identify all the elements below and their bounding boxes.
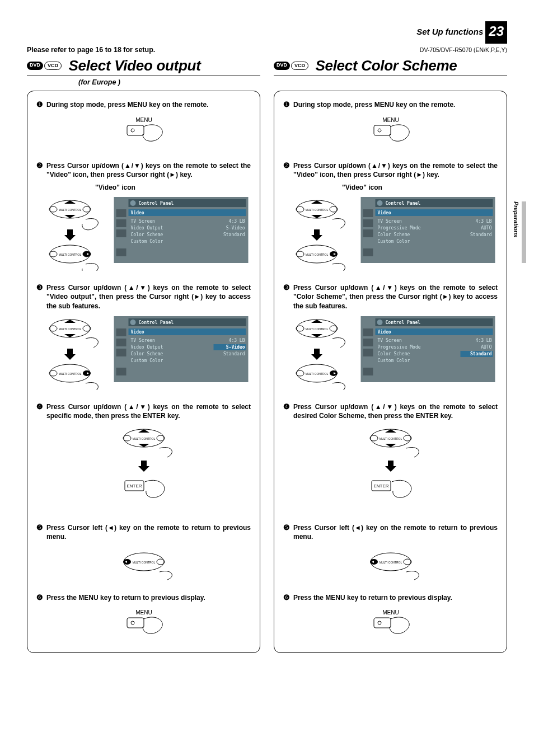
svg-rect-20 bbox=[116, 209, 127, 217]
svg-text:Color Scheme: Color Scheme bbox=[131, 232, 163, 237]
svg-rect-126 bbox=[376, 328, 493, 335]
svg-text:Custom Color: Custom Color bbox=[378, 239, 410, 244]
svg-rect-131 bbox=[363, 368, 373, 375]
dpad-then-right-icon: MULTI CONTROL MULTI CONTROL bbox=[283, 197, 350, 271]
svg-point-80 bbox=[378, 129, 381, 132]
svg-rect-129 bbox=[363, 339, 373, 346]
left-step-1: ❶ During stop mode, press MENU key on th… bbox=[36, 100, 251, 110]
svg-text:AUTO: AUTO bbox=[481, 345, 491, 350]
svg-text:Custom Color: Custom Color bbox=[131, 239, 163, 244]
menu-label: MENU bbox=[135, 117, 152, 123]
svg-point-35 bbox=[49, 326, 57, 331]
svg-text:MULTI CONTROL: MULTI CONTROL bbox=[132, 561, 155, 564]
svg-text:Video: Video bbox=[378, 329, 391, 335]
svg-text:MULTI CONTROL: MULTI CONTROL bbox=[59, 327, 82, 331]
svg-text:ENTER: ENTER bbox=[373, 483, 388, 489]
svg-rect-51 bbox=[116, 349, 127, 356]
svg-point-40 bbox=[49, 370, 57, 376]
disc-vcd-icon: VCD bbox=[44, 62, 62, 71]
svg-text:MULTI CONTROL: MULTI CONTROL bbox=[379, 561, 402, 564]
svg-text:Standard: Standard bbox=[223, 351, 245, 356]
left-title: Select Video output bbox=[68, 57, 200, 74]
svg-point-115 bbox=[330, 326, 338, 331]
svg-point-85 bbox=[296, 206, 304, 212]
svg-marker-64 bbox=[138, 444, 149, 447]
right-ctrl-left: MULTI CONTROL bbox=[283, 547, 498, 581]
svg-rect-49 bbox=[116, 328, 127, 336]
svg-point-7 bbox=[83, 206, 91, 212]
svg-text:Control Panel: Control Panel bbox=[386, 201, 421, 206]
svg-text:Video Output: Video Output bbox=[131, 226, 163, 231]
header-row2: Please refer to page 16 to 18 for setup.… bbox=[27, 46, 507, 54]
dpad-then-right-icon: MULTI CONTROL MULTI CONTROL bbox=[283, 316, 350, 390]
svg-text:TV Screen: TV Screen bbox=[378, 219, 402, 224]
page-number: 23 bbox=[485, 21, 507, 44]
svg-rect-79 bbox=[374, 125, 391, 135]
right-menu-remote-1: MENU bbox=[283, 115, 498, 149]
svg-marker-116 bbox=[311, 349, 322, 360]
svg-text:Color Scheme: Color Scheme bbox=[378, 232, 410, 237]
svg-text:4:3 LB: 4:3 LB bbox=[229, 338, 245, 343]
osd-panel-1: Control Panel Video TV Screen4:3 LB Vide… bbox=[111, 197, 251, 263]
svg-text:Video: Video bbox=[378, 210, 391, 215]
svg-text:MULTI CONTROL: MULTI CONTROL bbox=[59, 253, 82, 256]
svg-point-145 bbox=[404, 435, 411, 441]
svg-marker-143 bbox=[385, 444, 396, 447]
svg-marker-8 bbox=[64, 229, 76, 241]
svg-text:TV Screen: TV Screen bbox=[131, 338, 156, 343]
svg-rect-128 bbox=[363, 328, 373, 336]
left-heading: DVD VCD Select Video output bbox=[27, 57, 260, 76]
svg-point-144 bbox=[370, 435, 378, 441]
svg-marker-37 bbox=[64, 349, 76, 360]
dpad-then-right-icon: MULTI CONTROL MULTI CONTROL bbox=[36, 197, 104, 271]
svg-text:MULTI CONTROL: MULTI CONTROL bbox=[59, 372, 82, 375]
svg-point-36 bbox=[83, 326, 91, 331]
svg-point-74 bbox=[157, 559, 165, 565]
refer-note: Please refer to page 16 to 18 for setup. bbox=[27, 46, 155, 54]
svg-text:4:3 LB: 4:3 LB bbox=[229, 219, 245, 224]
model-line: DV-705/DVF-R5070 (EN/K,P,E,Y) bbox=[420, 46, 507, 53]
svg-text:TV Screen: TV Screen bbox=[378, 338, 402, 343]
svg-point-6 bbox=[49, 206, 57, 212]
svg-marker-146 bbox=[385, 461, 396, 472]
left-step-4: ❹ Press Cursor up/down (▲/▼) keys on the… bbox=[36, 402, 251, 420]
svg-text:Custom Color: Custom Color bbox=[131, 358, 163, 363]
svg-point-77 bbox=[131, 621, 134, 624]
svg-point-95 bbox=[377, 200, 383, 206]
right-step-2: ❷ Press Cursor up/down (▲/▼) keys on the… bbox=[283, 161, 498, 179]
disc-dvd-icon: DVD bbox=[274, 62, 290, 71]
svg-text:Video: Video bbox=[131, 210, 144, 215]
svg-point-124 bbox=[377, 320, 383, 325]
left-menu-remote-2: MENU bbox=[36, 608, 251, 641]
svg-text:Progressive Mode: Progressive Mode bbox=[378, 226, 421, 231]
svg-text:Video Output: Video Output bbox=[131, 345, 163, 350]
svg-text:Standard: Standard bbox=[470, 351, 492, 356]
left-step-5: ❺ Press Cursor left (◄) key on the remot… bbox=[36, 523, 251, 541]
right-ctrl-enter: MULTI CONTROL ENTER bbox=[283, 426, 498, 511]
svg-rect-130 bbox=[363, 349, 373, 356]
svg-point-11 bbox=[49, 251, 57, 257]
col-left: DVD VCD Select Video output (for Europe … bbox=[27, 57, 260, 653]
right-step-5: ❺ Press Cursor left (◄) key on the remot… bbox=[283, 523, 498, 541]
svg-text:MULTI CONTROL: MULTI CONTROL bbox=[306, 372, 329, 375]
svg-text:Standard: Standard bbox=[470, 232, 492, 237]
svg-text:S-Video: S-Video bbox=[226, 344, 245, 350]
svg-marker-4 bbox=[64, 200, 76, 204]
svg-text:Control Panel: Control Panel bbox=[386, 320, 421, 325]
svg-text:Color Scheme: Color Scheme bbox=[131, 351, 163, 356]
disc-dvd-icon: DVD bbox=[27, 62, 43, 71]
svg-text:Custom Color: Custom Color bbox=[378, 358, 410, 363]
side-tab-preparations: Preparations bbox=[513, 201, 526, 263]
svg-rect-18 bbox=[129, 209, 246, 216]
svg-text:MENU: MENU bbox=[382, 117, 399, 123]
right-heading: DVD VCD Select Color Scheme bbox=[274, 57, 507, 76]
left-video-icon-caption: "Video" icon bbox=[95, 184, 251, 191]
left-illus-3: MULTI CONTROL MULTI CONTROL bbox=[36, 316, 251, 390]
svg-rect-99 bbox=[363, 209, 373, 217]
svg-text:MULTI CONTROL: MULTI CONTROL bbox=[379, 437, 402, 440]
left-ctrl-left: MULTI CONTROL bbox=[36, 547, 251, 581]
svg-point-66 bbox=[157, 435, 165, 441]
svg-text:ENTER: ENTER bbox=[127, 483, 142, 489]
svg-rect-0 bbox=[127, 125, 144, 135]
dpad-then-right-icon: MULTI CONTROL MULTI CONTROL bbox=[36, 316, 104, 390]
